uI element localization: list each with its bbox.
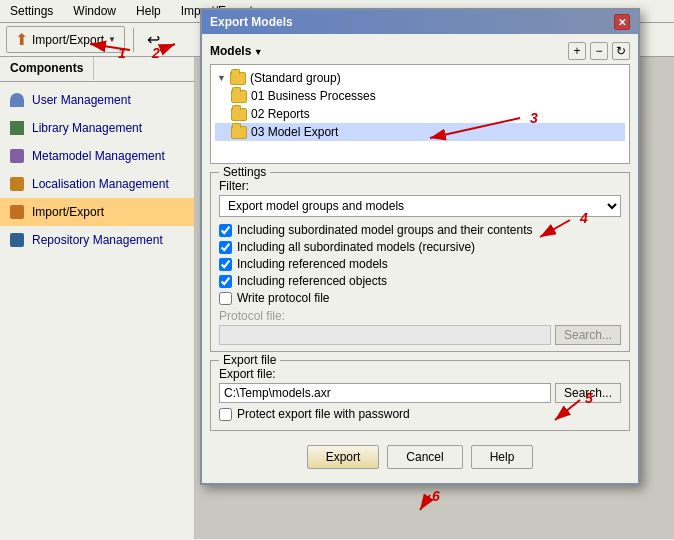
- export-file-input-row: Search...: [219, 383, 621, 403]
- add-model-btn[interactable]: +: [568, 42, 586, 60]
- metamodel-management-icon: [8, 147, 26, 165]
- export-file-input[interactable]: [219, 383, 551, 403]
- toolbar-separator: [133, 28, 134, 52]
- checkbox-referenced-objects: Including referenced objects: [219, 274, 621, 288]
- checkbox-subordinated-groups: Including subordinated model groups and …: [219, 223, 621, 237]
- sidebar-item-label: Repository Management: [32, 233, 163, 247]
- sidebar-item-label: Localisation Management: [32, 177, 169, 191]
- models-section: Models + − ↻ ▼ (Standard group): [210, 42, 630, 164]
- folder-icon: [231, 108, 247, 121]
- tree-item-reports[interactable]: 02 Reports: [215, 105, 625, 123]
- checkbox-referenced-objects-input[interactable]: [219, 275, 232, 288]
- export-file-group-title: Export file: [219, 353, 280, 367]
- protocol-file-row: Protocol file: Search...: [219, 309, 621, 345]
- library-management-icon: [8, 119, 26, 137]
- localisation-management-icon: [8, 175, 26, 193]
- folder-icon: [230, 72, 246, 85]
- menu-help[interactable]: Help: [130, 2, 167, 20]
- checkbox-label: Write protocol file: [237, 291, 329, 305]
- menu-settings[interactable]: Settings: [4, 2, 59, 20]
- tree-item-root[interactable]: ▼ (Standard group): [215, 69, 625, 87]
- protocol-search-btn[interactable]: Search...: [555, 325, 621, 345]
- sidebar-item-import-export[interactable]: Import/Export: [0, 198, 194, 226]
- models-label[interactable]: Models: [210, 44, 263, 58]
- tree-item-label: 02 Reports: [251, 107, 310, 121]
- sidebar: Components User Management Library Manag…: [0, 57, 195, 539]
- importexport-toolbar-btn[interactable]: ⬆ Import/Export ▼: [6, 26, 125, 53]
- folder-icon: [231, 126, 247, 139]
- checkbox-label: Including referenced models: [237, 257, 388, 271]
- sidebar-item-user-management[interactable]: User Management: [0, 86, 194, 114]
- folder-icon: [231, 90, 247, 103]
- checkbox-subordinated-groups-input[interactable]: [219, 224, 232, 237]
- checkbox-label: Including all subordinated models (recur…: [237, 240, 475, 254]
- cancel-button[interactable]: Cancel: [387, 445, 462, 469]
- tree-item-business-processes[interactable]: 01 Business Processes: [215, 87, 625, 105]
- import-export-icon: [8, 203, 26, 221]
- help-button[interactable]: Help: [471, 445, 534, 469]
- dialog-title: Export Models: [210, 15, 293, 29]
- refresh-model-btn[interactable]: ↻: [612, 42, 630, 60]
- dialog-close-button[interactable]: ✕: [614, 14, 630, 30]
- dropdown-arrow-icon: ▼: [108, 35, 116, 44]
- export-models-dialog[interactable]: Export Models ✕ Models + − ↻: [200, 8, 640, 485]
- toolbar-btn-label: Import/Export: [32, 33, 104, 47]
- settings-group-title: Settings: [219, 165, 270, 179]
- models-tree: ▼ (Standard group) 01 Business Processes…: [210, 64, 630, 164]
- sidebar-item-localisation-management[interactable]: Localisation Management: [0, 170, 194, 198]
- filter-select[interactable]: Export model groups and modelsExport mod…: [219, 195, 621, 217]
- tree-item-label: 01 Business Processes: [251, 89, 376, 103]
- sidebar-items: User Management Library Management Metam…: [0, 82, 194, 258]
- tree-expand-icon: ▼: [217, 73, 226, 83]
- dialog-body: Models + − ↻ ▼ (Standard group): [202, 34, 638, 483]
- menu-window[interactable]: Window: [67, 2, 122, 20]
- sidebar-item-label: Library Management: [32, 121, 142, 135]
- models-header: Models + − ↻: [210, 42, 630, 60]
- import-icon: ⬆: [15, 30, 28, 49]
- sidebar-item-label: Import/Export: [32, 205, 104, 219]
- export-file-label: Export file:: [219, 367, 621, 381]
- sidebar-tabs: Components: [0, 57, 194, 82]
- sidebar-item-repository-management[interactable]: Repository Management: [0, 226, 194, 254]
- checkbox-all-subordinated-input[interactable]: [219, 241, 232, 254]
- user-management-icon: [8, 91, 26, 109]
- checkbox-password-protect: Protect export file with password: [219, 407, 621, 421]
- export-button[interactable]: Export: [307, 445, 380, 469]
- filter-label: Filter:: [219, 179, 621, 193]
- sidebar-item-label: Metamodel Management: [32, 149, 165, 163]
- remove-model-btn[interactable]: −: [590, 42, 608, 60]
- protocol-file-input[interactable]: [219, 325, 551, 345]
- checkbox-referenced-models-input[interactable]: [219, 258, 232, 271]
- checkbox-password-input[interactable]: [219, 408, 232, 421]
- tree-root-label: (Standard group): [250, 71, 341, 85]
- app-window: Settings Window Help Import/Export ⬆ Imp…: [0, 0, 674, 540]
- models-toolbar: + − ↻: [568, 42, 630, 60]
- settings-group: Settings Filter: Export model groups and…: [210, 172, 630, 352]
- dialog-titlebar: Export Models ✕: [202, 10, 638, 34]
- filter-row: Filter: Export model groups and modelsEx…: [219, 179, 621, 217]
- checkbox-write-protocol: Write protocol file: [219, 291, 621, 305]
- checkbox-label: Protect export file with password: [237, 407, 410, 421]
- export-file-group: Export file Export file: Search... Prote…: [210, 360, 630, 431]
- tree-item-label: 03 Model Export: [251, 125, 338, 139]
- protocol-file-label: Protocol file:: [219, 309, 621, 323]
- tab-components[interactable]: Components: [0, 57, 94, 81]
- protocol-file-input-row: Search...: [219, 325, 621, 345]
- repository-management-icon: [8, 231, 26, 249]
- tree-item-model-export[interactable]: 03 Model Export: [215, 123, 625, 141]
- sidebar-item-library-management[interactable]: Library Management: [0, 114, 194, 142]
- dialog-buttons: Export Cancel Help: [210, 439, 630, 475]
- sidebar-item-metamodel-management[interactable]: Metamodel Management: [0, 142, 194, 170]
- checkbox-label: Including subordinated model groups and …: [237, 223, 533, 237]
- export-file-search-btn[interactable]: Search...: [555, 383, 621, 403]
- toolbar-btn1[interactable]: ↩: [142, 27, 165, 52]
- checkbox-all-subordinated-models: Including all subordinated models (recur…: [219, 240, 621, 254]
- checkbox-write-protocol-input[interactable]: [219, 292, 232, 305]
- checkbox-referenced-models: Including referenced models: [219, 257, 621, 271]
- sidebar-item-label: User Management: [32, 93, 131, 107]
- checkbox-label: Including referenced objects: [237, 274, 387, 288]
